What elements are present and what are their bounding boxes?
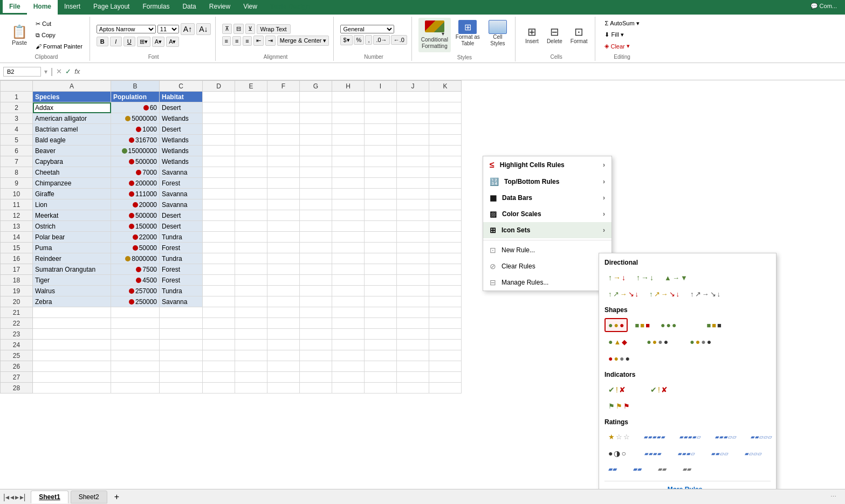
cell-14I[interactable]	[365, 232, 397, 243]
clear-button[interactable]: ◈ Clear ▾	[602, 41, 642, 51]
cell-17I[interactable]	[365, 264, 397, 275]
iconset-rat8[interactable]: ▰▰▰▱	[674, 448, 699, 459]
cell-26-3[interactable]	[203, 361, 235, 372]
align-right-button[interactable]: ≡	[243, 36, 251, 46]
cell-9C[interactable]: Forest	[160, 178, 203, 189]
row-header-6[interactable]: 6	[1, 146, 33, 156]
cell-17C[interactable]: Forest	[160, 264, 203, 275]
iconset-rat9[interactable]: ▰▰▱▱	[707, 448, 732, 459]
row-header-2[interactable]: 2	[1, 102, 33, 113]
dollar-button[interactable]: $▾	[340, 35, 352, 45]
cell-8A[interactable]: Cheetah	[33, 167, 111, 178]
cell-20E[interactable]	[235, 296, 267, 307]
iconset-shp2[interactable]: ■ ■ ■	[631, 319, 654, 332]
cell-12D[interactable]	[203, 210, 235, 221]
col-header-H[interactable]: H	[332, 81, 365, 92]
cell-12J[interactable]	[397, 210, 429, 221]
cell-1J[interactable]	[397, 92, 429, 102]
cell-2H[interactable]	[332, 102, 365, 113]
cell-24-2[interactable]	[160, 340, 203, 350]
merge-center-button[interactable]: Merge & Center ▾	[277, 36, 329, 46]
row-header-3[interactable]: 3	[1, 113, 33, 124]
cell-15E[interactable]	[235, 243, 267, 253]
cf-clear-rules[interactable]: ⊘ Clear Rules ›	[483, 258, 612, 274]
cell-20K[interactable]	[429, 296, 462, 307]
cell-14A[interactable]: Polar bear	[33, 232, 111, 243]
cell-17E[interactable]	[235, 264, 267, 275]
cell-13H[interactable]	[332, 221, 365, 232]
decrease-decimal-button[interactable]: ←.0	[391, 35, 407, 45]
cell-9D[interactable]	[203, 178, 235, 189]
cell-19J[interactable]	[397, 286, 429, 296]
cell-19I[interactable]	[365, 286, 397, 296]
iconset-dir4[interactable]: ↑ ↗ → ↘ ↓	[604, 287, 642, 301]
iconset-rat2[interactable]: ▰▰▰▰▰	[640, 431, 669, 443]
number-format-select[interactable]: General	[340, 25, 394, 33]
cell-17J[interactable]	[397, 264, 429, 275]
cell-27-1[interactable]	[111, 372, 160, 383]
cell-22-2[interactable]	[160, 318, 203, 329]
iconset-dir6[interactable]: ↑ ↗ → ↘ ↓	[686, 287, 724, 301]
row-header-20[interactable]: 20	[1, 296, 33, 307]
cell-27-8[interactable]	[365, 372, 397, 383]
cell-12G[interactable]	[300, 210, 332, 221]
align-middle-button[interactable]: ⊟	[233, 24, 244, 34]
cell-5D[interactable]	[203, 135, 235, 146]
iconset-rat1[interactable]: ★ ☆ ☆	[604, 430, 634, 444]
cell-19F[interactable]	[267, 286, 300, 296]
col-header-D[interactable]: D	[203, 81, 235, 92]
iconset-rat11[interactable]: ▰▰	[604, 463, 621, 475]
col-header-E[interactable]: E	[235, 81, 267, 92]
cell-27-3[interactable]	[203, 372, 235, 383]
cell-22-10[interactable]	[429, 318, 462, 329]
cell-4B[interactable]: 1000	[111, 124, 160, 135]
tab-table-design[interactable]: Table Design	[264, 0, 317, 15]
nav-first-button[interactable]: |◂	[3, 493, 9, 501]
iconset-rat14[interactable]: ▰▰	[679, 463, 695, 475]
cell-8D[interactable]	[203, 167, 235, 178]
insert-button[interactable]: ⊞ Insert	[522, 23, 542, 46]
row-header-28[interactable]: 28	[1, 383, 33, 393]
cell-6B[interactable]: 15000000	[111, 146, 160, 156]
cell-6A[interactable]: Beaver	[33, 146, 111, 156]
cancel-formula-button[interactable]: ✕	[56, 67, 62, 75]
expand-cell-ref-button[interactable]: ▾	[44, 68, 47, 75]
cell-11H[interactable]	[332, 199, 365, 210]
cell-25-6[interactable]	[300, 350, 332, 361]
row-header-5[interactable]: 5	[1, 135, 33, 146]
increase-font-button[interactable]: A↑	[181, 23, 195, 35]
cell-26-8[interactable]	[365, 361, 397, 372]
row-header-13[interactable]: 13	[1, 221, 33, 232]
cell-1F[interactable]	[267, 92, 300, 102]
cell-15F[interactable]	[267, 243, 300, 253]
cell-5J[interactable]	[397, 135, 429, 146]
cell-23-4[interactable]	[235, 329, 267, 340]
header-habitat[interactable]: Habitat	[160, 92, 203, 102]
cell-10I[interactable]	[365, 189, 397, 199]
cut-button[interactable]: ✂ Cut	[33, 19, 85, 29]
cell-11G[interactable]	[300, 199, 332, 210]
align-top-button[interactable]: ⊼	[222, 24, 232, 34]
iconset-shp8[interactable]: ● ● ● ●	[604, 351, 634, 365]
iconset-dir1[interactable]: ↑ → ↓	[604, 271, 629, 285]
cell-24-1[interactable]	[111, 340, 160, 350]
cell-19G[interactable]	[300, 286, 332, 296]
cell-26-0[interactable]	[33, 361, 111, 372]
cell-6G[interactable]	[300, 146, 332, 156]
cell-14H[interactable]	[332, 232, 365, 243]
cell-28-10[interactable]	[429, 383, 462, 393]
cell-28-1[interactable]	[111, 383, 160, 393]
iconset-ind1[interactable]: ✔ ! ✘	[604, 383, 629, 397]
cell-5B[interactable]: 316700	[111, 135, 160, 146]
cell-26-10[interactable]	[429, 361, 462, 372]
cell-18H[interactable]	[332, 275, 365, 286]
cell-20J[interactable]	[397, 296, 429, 307]
cell-10D[interactable]	[203, 189, 235, 199]
cell-11J[interactable]	[397, 199, 429, 210]
cell-10B[interactable]: 111000	[111, 189, 160, 199]
cell-19K[interactable]	[429, 286, 462, 296]
cell-18K[interactable]	[429, 275, 462, 286]
cell-1E[interactable]	[235, 92, 267, 102]
cell-11B[interactable]: 20000	[111, 199, 160, 210]
tab-view[interactable]: View	[237, 0, 264, 15]
